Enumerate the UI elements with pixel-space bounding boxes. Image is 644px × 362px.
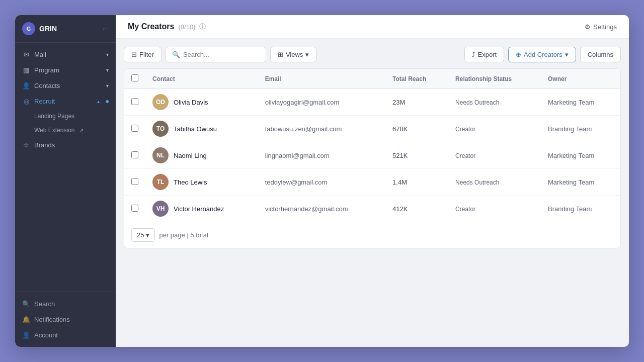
- page-title-area: My Creators (0/10) ⓘ: [128, 22, 206, 31]
- sidebar-item-label: Program: [34, 66, 59, 74]
- sidebar-item-mail[interactable]: ✉ Mail ▾: [15, 47, 116, 62]
- chevron-down-icon: ▾: [146, 231, 149, 239]
- column-email: Email: [258, 69, 385, 89]
- reach-cell: 412K: [385, 196, 448, 222]
- status-badge: Needs Outreach: [455, 179, 499, 186]
- main-content: My Creators (0/10) ⓘ ⚙ Settings ⊟ Filter…: [116, 15, 629, 347]
- contact-name: Victor Hernandez: [174, 205, 224, 213]
- row-checkbox-cell[interactable]: [124, 196, 145, 222]
- per-page-value: 25: [137, 231, 144, 239]
- footer-item-label: Search: [34, 300, 55, 308]
- logo: G GRIN: [22, 22, 57, 35]
- add-creators-button[interactable]: ⊕ Add Creators ▾: [508, 47, 576, 62]
- info-icon[interactable]: ⓘ: [199, 22, 206, 31]
- sidebar-item-brands[interactable]: ☆ Brands: [15, 137, 116, 153]
- sidebar-item-program[interactable]: ▦ Program ▾: [15, 62, 116, 78]
- collapse-button[interactable]: ←: [102, 25, 109, 33]
- chevron-down-icon: ▾: [565, 51, 569, 58]
- sidebar-item-recruit[interactable]: ◎ Recruit ▴: [15, 94, 116, 109]
- avatar: TO: [152, 121, 169, 137]
- settings-button[interactable]: ⚙ Settings: [585, 23, 617, 31]
- email-cell: lingnaomi@gmail.com: [258, 142, 385, 169]
- toolbar: ⊟ Filter 🔍 ⊞ Views ▾ ⤴ Export: [124, 47, 621, 62]
- contact-name: Tabitha Owusu: [174, 125, 217, 133]
- owner-cell: Marketing Team: [541, 89, 620, 116]
- export-icon: ⤴: [472, 51, 475, 58]
- external-link-icon: ↗: [79, 128, 84, 133]
- columns-button[interactable]: Columns: [580, 47, 621, 62]
- chevron-down-icon: ▾: [106, 67, 109, 73]
- web-extension-label: Web Extension: [34, 127, 75, 134]
- reach-cell: 521K: [385, 142, 448, 169]
- table-row: NL Naomi Ling lingnaomi@gmail.com 521K C…: [124, 142, 620, 169]
- sidebar-item-landing-pages[interactable]: Landing Pages: [15, 109, 116, 123]
- status-badge: Creator: [455, 152, 475, 159]
- table-header-row: Contact Email Total Reach Relationship S…: [124, 69, 620, 89]
- reach-cell: 678K: [385, 116, 448, 142]
- row-checkbox[interactable]: [131, 151, 138, 158]
- row-checkbox-cell[interactable]: [124, 169, 145, 196]
- app-name: GRIN: [39, 25, 57, 33]
- pagination-bar: 25 ▾ per page | 5 total: [124, 222, 620, 248]
- row-checkbox-cell[interactable]: [124, 89, 145, 116]
- search-box[interactable]: 🔍: [166, 47, 266, 62]
- settings-label: Settings: [593, 23, 617, 31]
- avatar: NL: [152, 147, 169, 163]
- column-owner: Owner: [541, 69, 620, 89]
- table-row: VH Victor Hernandez victorhernandez@gmai…: [124, 196, 620, 222]
- email-cell: oliviayogagirl@gmail.com: [258, 89, 385, 116]
- footer-item-label: Notifications: [34, 316, 70, 323]
- page-count: (0/10): [178, 23, 195, 31]
- filter-button[interactable]: ⊟ Filter: [124, 47, 162, 62]
- column-total-reach: Total Reach: [385, 69, 448, 89]
- sidebar-item-search[interactable]: 🔍 Search: [15, 296, 116, 312]
- owner-cell: Marketing Team: [541, 169, 620, 196]
- avatar: VH: [152, 201, 169, 217]
- sidebar-nav: ✉ Mail ▾ ▦ Program ▾ 👤 Contacts ▾ ◎ Recr…: [15, 43, 116, 292]
- search-input[interactable]: [183, 51, 260, 58]
- sidebar-item-notifications[interactable]: 🔔 Notifications: [15, 312, 116, 327]
- per-page-select[interactable]: 25 ▾: [131, 228, 155, 242]
- status-cell: Creator: [448, 196, 541, 222]
- row-checkbox[interactable]: [131, 178, 138, 185]
- row-checkbox[interactable]: [131, 125, 138, 132]
- sidebar-item-label: Brands: [34, 141, 55, 149]
- landing-pages-label: Landing Pages: [34, 113, 74, 120]
- views-button[interactable]: ⊞ Views ▾: [270, 47, 316, 62]
- chevron-down-icon: ▾: [106, 83, 109, 88]
- owner-cell: Branding Team: [541, 116, 620, 142]
- brands-icon: ☆: [22, 141, 30, 149]
- row-checkbox[interactable]: [131, 98, 138, 105]
- sidebar-item-account[interactable]: 👤 Account: [15, 327, 116, 343]
- sidebar-item-label: Mail: [34, 51, 46, 58]
- select-all-checkbox[interactable]: [131, 74, 138, 81]
- sidebar-item-contacts[interactable]: 👤 Contacts ▾: [15, 78, 116, 94]
- status-badge: Creator: [455, 206, 475, 213]
- owner-cell: Marketing Team: [541, 142, 620, 169]
- select-all-header[interactable]: [124, 69, 145, 89]
- contact-cell: NL Naomi Ling: [145, 142, 258, 169]
- sidebar-item-web-extension[interactable]: Web Extension ↗: [15, 123, 116, 137]
- add-creators-icon: ⊕: [516, 51, 521, 58]
- sidebar-footer: 🔍 Search 🔔 Notifications 👤 Account: [15, 292, 116, 347]
- reach-cell: 1.4M: [385, 169, 448, 196]
- export-button[interactable]: ⤴ Export: [464, 47, 505, 62]
- owner-cell: Branding Team: [541, 196, 620, 222]
- gear-icon: ⚙: [585, 23, 591, 31]
- status-cell: Needs Outreach: [448, 89, 541, 116]
- avatar: TL: [152, 174, 169, 190]
- row-checkbox-cell[interactable]: [124, 142, 145, 169]
- contact-name: Theo Lewis: [174, 178, 207, 186]
- search-icon: 🔍: [22, 300, 30, 308]
- status-badge: Creator: [455, 126, 475, 133]
- row-checkbox-cell[interactable]: [124, 116, 145, 142]
- status-cell: Creator: [448, 142, 541, 169]
- logo-icon: G: [22, 22, 35, 35]
- status-badge: Needs Outreach: [455, 99, 499, 106]
- contact-name: Naomi Ling: [174, 152, 207, 159]
- sidebar: G GRIN ← ✉ Mail ▾ ▦ Program ▾ 👤 Contacts…: [15, 15, 116, 347]
- page-header: My Creators (0/10) ⓘ ⚙ Settings: [116, 15, 629, 39]
- row-checkbox[interactable]: [131, 205, 138, 212]
- page-title: My Creators: [128, 22, 174, 31]
- filter-icon: ⊟: [131, 51, 137, 58]
